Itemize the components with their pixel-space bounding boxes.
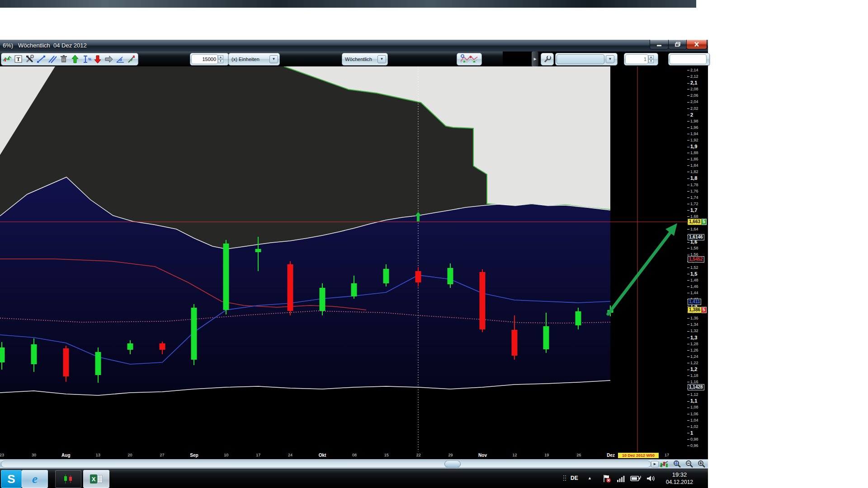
arrow-up-icon[interactable] (69, 54, 80, 64)
chart-scrollbar-row: ▶ (0, 459, 708, 469)
spinner-up-icon[interactable]: ▲ (648, 55, 654, 59)
taskbar-app-excel[interactable]: X (83, 470, 109, 488)
chevron-down-icon[interactable]: ▼ (606, 55, 614, 63)
chevron-down-icon[interactable]: ▼ (377, 55, 386, 63)
taskbar-app-internet-explorer[interactable]: e (22, 470, 48, 488)
minimize-button[interactable] (650, 40, 669, 49)
price-label: 1,411 (688, 299, 701, 305)
candlestick-chart-icon[interactable] (1, 54, 13, 64)
svg-text:α: α (119, 57, 122, 62)
price-tick: 1,58 (687, 246, 698, 250)
price-tick: 2,06 (687, 93, 698, 98)
price-tick: 1,76 (687, 189, 698, 193)
units-spinner[interactable]: ▲▼ (218, 55, 223, 63)
tools-icon[interactable] (24, 54, 35, 64)
compare-input[interactable] (670, 54, 707, 64)
arrow-right-icon[interactable] (103, 54, 114, 64)
angle-alpha-icon[interactable]: α (114, 54, 126, 64)
price-tick: 1,2 (687, 367, 697, 371)
price-label: 1,1428 (688, 384, 704, 390)
spinner-up-icon[interactable]: ▲ (218, 55, 223, 59)
scrollbar-track[interactable] (1, 460, 651, 468)
chart-canvas[interactable] (0, 66, 687, 452)
price-tick: 0,96 (687, 443, 698, 448)
restore-button[interactable] (668, 40, 687, 49)
count-input[interactable] (625, 54, 648, 64)
scroll-right-icon[interactable]: ▶ (651, 461, 659, 468)
time-tick: 19 (538, 453, 555, 457)
price-tick: 1,32 (687, 328, 698, 333)
taskbar-clock[interactable]: 19:32 04.12.2012 (658, 471, 701, 486)
internet-explorer-icon: e (32, 472, 38, 486)
scrollbar-thumb[interactable] (444, 460, 461, 468)
time-axis[interactable]: 10 Dez 2012 W50 2330Aug132027Sep101724Ok… (0, 452, 708, 459)
time-tick: Aug (58, 453, 74, 458)
time-tick: 17 (250, 453, 266, 457)
toolbar: T % α ▲▼ (x) Einheiten ▼ Wöc (0, 52, 708, 66)
panel-collapse-handle[interactable]: ▶ (532, 52, 538, 66)
price-label: 1,3865 (688, 307, 707, 313)
units-type-dropdown[interactable]: (x) Einheiten ▼ (228, 53, 280, 66)
network-signal-icon[interactable] (616, 474, 627, 483)
time-tick: 29 (443, 453, 459, 457)
battery-icon[interactable] (630, 474, 641, 483)
svg-text:%: % (88, 57, 91, 61)
action-center-flag-icon[interactable] (601, 474, 612, 483)
chevron-down-icon[interactable]: ▼ (269, 55, 278, 63)
price-tick: 1,98 (687, 119, 698, 123)
zoom-fit-icon[interactable] (671, 460, 682, 468)
instrument-input[interactable] (557, 54, 604, 64)
chevron-right-icon: ▶ (533, 57, 536, 61)
price-tick: 1,24 (687, 354, 698, 359)
trading-app-icon (62, 474, 74, 484)
price-tick: 1,86 (687, 157, 698, 161)
price-tick: 1,94 (687, 131, 698, 136)
parallel-lines-icon[interactable] (47, 54, 58, 64)
arrow-down-icon[interactable] (92, 54, 103, 64)
instrument-dropdown[interactable]: ▼ (555, 53, 618, 66)
price-tick: 1,64 (687, 227, 698, 231)
title-bar[interactable]: 6%) Wöchentlich 04 Dez 2012 (0, 40, 708, 52)
time-tick: 23 (0, 453, 10, 457)
price-axis[interactable]: 2,142,122,12,082,062,042,0221,981,961,94… (687, 66, 708, 452)
price-tick: 1,3 (687, 335, 697, 340)
time-tick: 20 (122, 453, 138, 457)
units-input[interactable] (191, 54, 218, 64)
draw-angle-icon[interactable] (126, 54, 137, 64)
price-tick: 1,12 (687, 392, 698, 397)
trendline-icon[interactable] (35, 54, 47, 64)
price-tick: 1,26 (687, 348, 698, 352)
delete-icon[interactable] (58, 54, 69, 64)
price-tick: 2,12 (687, 74, 698, 79)
price-tick: 1,18 (687, 373, 698, 378)
price-tick: 1,02 (687, 424, 698, 429)
zoom-out-icon[interactable] (684, 460, 694, 468)
spinner-down-icon[interactable]: ▼ (218, 59, 223, 63)
zoom-in-icon[interactable] (696, 460, 707, 468)
spinner-down-icon[interactable]: ▼ (648, 59, 654, 63)
text-tool-icon[interactable]: T (13, 54, 24, 64)
price-tick: 1,28 (687, 342, 698, 346)
period-dropdown[interactable]: Wöchentlich ▼ (342, 53, 388, 66)
close-button[interactable] (686, 40, 707, 49)
price-tick: 1,46 (687, 284, 698, 289)
count-spinner[interactable]: ▲▼ (648, 55, 654, 63)
chart-settings-icon[interactable] (659, 460, 670, 468)
settings-button[interactable] (541, 53, 554, 66)
measure-percent-icon[interactable]: % (80, 54, 92, 64)
taskbar-app-trading[interactable] (55, 470, 81, 488)
svg-text:X: X (92, 476, 96, 483)
tray-expand-icon[interactable]: ▲ (588, 476, 592, 480)
period-label: Wöchentlich (342, 56, 372, 62)
title-change-pct: 6%) (3, 42, 13, 49)
chart-area[interactable] (0, 66, 687, 452)
time-tick: 12 (506, 453, 523, 457)
indicator-chart-button[interactable] (457, 53, 482, 66)
price-tick: 2,08 (687, 87, 698, 91)
taskbar-app-skype[interactable]: S (1, 470, 22, 488)
compare-group (668, 53, 710, 66)
volume-icon[interactable] (646, 474, 656, 483)
language-indicator[interactable]: DE (571, 475, 578, 481)
taskbar-separator-dots[interactable] (563, 475, 567, 483)
time-tick: Sep (186, 453, 202, 458)
